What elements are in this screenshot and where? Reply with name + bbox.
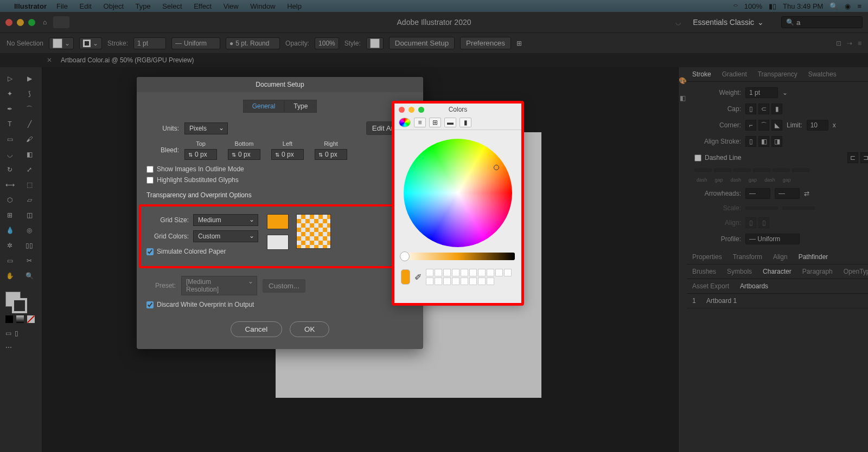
cp-mode-wheel[interactable]	[399, 118, 411, 127]
color-mode-icon[interactable]	[5, 315, 13, 323]
profile-dd[interactable]: — Uniform	[745, 234, 800, 244]
gap-1[interactable]	[714, 169, 731, 172]
type-tool[interactable]: T	[0, 117, 20, 131]
hand-tool[interactable]: ✋	[0, 269, 20, 283]
bleed-top-input[interactable]: 0 px	[184, 149, 217, 160]
menu-effect[interactable]: Effect	[194, 2, 212, 10]
menu-select[interactable]: Select	[162, 2, 182, 10]
saved-swatch[interactable]	[478, 277, 486, 285]
tab-transparency[interactable]: Transparency	[752, 67, 803, 81]
tab-stroke[interactable]: Stroke	[687, 67, 717, 81]
weight-dd-icon[interactable]: ⌄	[782, 89, 788, 96]
document-setup-button[interactable]: Document Setup	[389, 37, 455, 49]
perspective-tool[interactable]: ▱	[20, 193, 39, 207]
tab-pathfinder[interactable]: Pathfinder	[793, 250, 834, 264]
tab-artboards[interactable]: Artboards	[735, 279, 774, 293]
dash-btn1[interactable]: ⊏	[847, 152, 858, 163]
current-color-swatch[interactable]	[401, 269, 410, 285]
tab-transform[interactable]: Transform	[727, 250, 768, 264]
cp-max-icon[interactable]	[418, 107, 424, 113]
discard-overprint-checkbox[interactable]	[146, 301, 154, 308]
arrow-start-dd[interactable]: —	[745, 188, 770, 199]
gradient-tool[interactable]: ◫	[20, 208, 39, 222]
shape-builder-tool[interactable]: ⬡	[0, 193, 20, 207]
cap-round[interactable]: ⊂	[758, 104, 769, 114]
saved-swatch[interactable]	[487, 277, 494, 285]
cloud-icon[interactable]: ◡	[675, 18, 681, 26]
slice-tool[interactable]: ✂	[20, 254, 39, 268]
eyedropper-tool[interactable]: 💧	[0, 223, 20, 237]
zoom-tool[interactable]: 🔍	[20, 269, 39, 283]
glyphs-checkbox[interactable]	[146, 177, 154, 184]
rectangle-tool[interactable]: ▭	[0, 132, 20, 146]
saved-swatch[interactable]	[426, 277, 433, 285]
grid-color1-swatch[interactable]	[267, 214, 289, 229]
screen-mode-full-icon[interactable]: ▯	[15, 330, 18, 337]
rotate-tool[interactable]: ↻	[0, 163, 20, 177]
eyedropper-icon[interactable]: ✐	[414, 272, 422, 282]
menu-object[interactable]: Object	[104, 2, 124, 10]
siri-icon[interactable]: ◉	[845, 2, 851, 10]
cp-min-icon[interactable]	[409, 107, 414, 113]
saved-swatch[interactable]	[461, 277, 468, 285]
gap-3[interactable]	[792, 169, 809, 172]
simulate-paper-checkbox[interactable]	[146, 248, 154, 255]
workspace-switcher[interactable]: Essentials Classic	[688, 16, 774, 29]
saved-swatch[interactable]	[478, 269, 486, 276]
brightness-slider[interactable]	[401, 253, 515, 260]
panel-menu-icon[interactable]: ≡	[864, 67, 868, 81]
cp-mode-pencils[interactable]: ▮	[459, 118, 471, 127]
saved-swatch[interactable]	[452, 277, 459, 285]
column-graph-tool[interactable]: ▯▯	[20, 238, 39, 253]
saved-swatch[interactable]	[495, 269, 503, 276]
none-mode-icon[interactable]	[27, 315, 35, 323]
opacity-dd[interactable]: 100%	[315, 37, 339, 49]
edit-toolbar-icon[interactable]: ⋯	[5, 344, 12, 351]
bleed-right-input[interactable]: 0 px	[315, 149, 347, 160]
minimize-window-button[interactable]	[17, 19, 24, 26]
free-transform-tool[interactable]: ⬚	[20, 178, 39, 192]
cp-mode-sliders[interactable]: ≡	[414, 118, 426, 127]
ctrl-icon3[interactable]: ≡	[858, 40, 861, 47]
menu-edit[interactable]: Edit	[80, 2, 92, 10]
close-window-button[interactable]	[5, 19, 12, 26]
limit-input[interactable]: 10	[807, 120, 828, 131]
units-dd[interactable]: Pixels	[184, 122, 228, 134]
bleed-bottom-input[interactable]: 0 px	[228, 149, 260, 160]
view-mode-dd[interactable]	[53, 16, 69, 28]
bleed-left-input[interactable]: 0 px	[271, 149, 304, 160]
saved-swatch[interactable]	[452, 269, 459, 276]
saved-swatch[interactable]	[461, 269, 468, 276]
brightness-thumb[interactable]	[400, 251, 410, 261]
document-tab[interactable]: Artboard Color.ai @ 50% (RGB/GPU Preview…	[55, 54, 200, 66]
cap-butt[interactable]: ▯	[745, 104, 756, 114]
align-icon[interactable]: ⊞	[516, 40, 522, 47]
direct-selection-tool[interactable]: ▶	[20, 72, 39, 86]
align-center[interactable]: ▯	[745, 136, 756, 147]
arrow-end-dd[interactable]: —	[775, 188, 800, 199]
tab-general[interactable]: General	[243, 100, 285, 113]
tab-paragraph[interactable]: Paragraph	[797, 264, 838, 279]
saved-swatch[interactable]	[426, 269, 433, 276]
artboard-list-item[interactable]: 1 Artboard 1 ▭	[687, 294, 868, 308]
search-box[interactable]: 🔍	[781, 16, 863, 28]
saved-swatch[interactable]	[469, 277, 477, 285]
align-inside[interactable]: ◧	[758, 136, 769, 147]
tab-swatches[interactable]: Swatches	[803, 67, 842, 81]
grid-color2-swatch[interactable]	[267, 235, 289, 250]
cancel-button[interactable]: Cancel	[231, 321, 283, 337]
tab-align[interactable]: Align	[768, 250, 793, 264]
screen-mode-normal-icon[interactable]: ▭	[5, 330, 11, 337]
saved-swatch[interactable]	[443, 277, 451, 285]
home-icon[interactable]: ⌂	[43, 18, 47, 26]
selection-tool[interactable]: ▷	[0, 72, 20, 86]
stroke-type-dd[interactable]: — Uniform	[171, 37, 220, 49]
spotlight-icon[interactable]: 🔍	[829, 2, 838, 10]
grid-size-dd[interactable]: Medium	[193, 214, 258, 226]
tab-properties[interactable]: Properties	[687, 250, 727, 264]
fill-swatch-dd[interactable]: ⌄	[49, 37, 74, 49]
ok-button[interactable]: OK	[290, 321, 329, 337]
menu-window[interactable]: Window	[250, 2, 275, 10]
gap-2[interactable]	[753, 169, 770, 172]
lasso-tool[interactable]: ⟆	[20, 87, 39, 101]
